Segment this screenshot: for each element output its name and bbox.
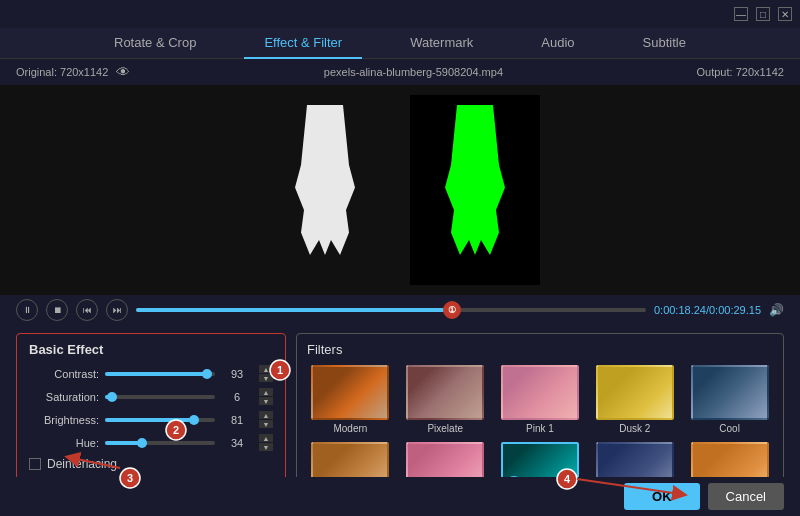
transport-bar: ⏸ ⏹ ⏮ ⏭ ① 0:00:18.24/0:00:29.15 🔊: [0, 295, 800, 325]
footer: OK Cancel: [0, 477, 800, 516]
hue-row: Hue: 34 ▲ ▼: [29, 434, 273, 451]
prev-button[interactable]: ⏮: [76, 299, 98, 321]
brightness-value: 81: [221, 414, 253, 426]
filters-title: Filters: [307, 342, 773, 357]
contrast-label: Contrast:: [29, 368, 99, 380]
tab-rotate-crop[interactable]: Rotate & Crop: [94, 28, 216, 59]
cancel-button[interactable]: Cancel: [708, 483, 784, 510]
contrast-fill: [105, 372, 207, 376]
minimize-button[interactable]: —: [734, 7, 748, 21]
eye-icon[interactable]: 👁: [116, 64, 130, 80]
hue-slider[interactable]: [105, 441, 215, 445]
brightness-label: Brightness:: [29, 414, 99, 426]
filter-pixelate[interactable]: Pixelate: [402, 365, 489, 434]
progress-bar[interactable]: ①: [136, 308, 646, 312]
filter-pink1-thumb: [501, 365, 579, 420]
saturation-thumb[interactable]: [107, 392, 117, 402]
play-pause-button[interactable]: ⏸: [16, 299, 38, 321]
filter-pink1[interactable]: Pink 1: [497, 365, 584, 434]
filtered-image: [410, 95, 540, 285]
progress-fill: [136, 308, 452, 312]
filename: pexels-alina-blumberg-5908204.mp4: [324, 66, 503, 78]
saturation-row: Saturation: 6 ▲ ▼: [29, 388, 273, 405]
brightness-slider[interactable]: [105, 418, 215, 422]
saturation-value: 6: [221, 391, 253, 403]
maximize-button[interactable]: □: [756, 7, 770, 21]
output-resolution: Output: 720x1142: [697, 66, 784, 78]
filter-modern[interactable]: Modern: [307, 365, 394, 434]
ok-button[interactable]: OK: [624, 483, 700, 510]
deinterlacing-checkbox[interactable]: [29, 458, 41, 470]
contrast-up[interactable]: ▲: [259, 365, 273, 373]
filter-pixelate-label: Pixelate: [427, 423, 463, 434]
close-button[interactable]: ✕: [778, 7, 792, 21]
time-display: 0:00:18.24/0:00:29.15: [654, 304, 761, 316]
contrast-down[interactable]: ▼: [259, 374, 273, 382]
contrast-value: 93: [221, 368, 253, 380]
brightness-fill: [105, 418, 194, 422]
filter-pink1-label: Pink 1: [526, 423, 554, 434]
deinterlacing-row: Deinterlacing: [29, 457, 273, 471]
hue-up[interactable]: ▲: [259, 434, 273, 442]
drip-shape-green: [445, 105, 505, 255]
tab-effect-filter[interactable]: Effect & Filter: [244, 28, 362, 59]
contrast-thumb[interactable]: [202, 369, 212, 379]
filter-cool[interactable]: Cool: [686, 365, 773, 434]
hue-spinner[interactable]: ▲ ▼: [259, 434, 273, 451]
filter-dusk2[interactable]: Dusk 2: [591, 365, 678, 434]
drip-shape-white: [295, 105, 355, 255]
filter-cool-label: Cool: [719, 423, 740, 434]
stop-button[interactable]: ⏹: [46, 299, 68, 321]
basic-effect-title: Basic Effect: [29, 342, 273, 357]
tab-bar: Rotate & Crop Effect & Filter Watermark …: [0, 28, 800, 59]
next-button[interactable]: ⏭: [106, 299, 128, 321]
saturation-slider[interactable]: [105, 395, 215, 399]
saturation-up[interactable]: ▲: [259, 388, 273, 396]
preview-original: [260, 95, 390, 285]
filter-pixelate-thumb: [406, 365, 484, 420]
filter-modern-label: Modern: [333, 423, 367, 434]
brightness-spinner[interactable]: ▲ ▼: [259, 411, 273, 428]
brightness-down[interactable]: ▼: [259, 420, 273, 428]
progress-thumb[interactable]: ①: [443, 301, 461, 319]
tab-audio[interactable]: Audio: [521, 28, 594, 59]
hue-value: 34: [221, 437, 253, 449]
hue-label: Hue:: [29, 437, 99, 449]
preview-filtered: [410, 95, 540, 285]
brightness-row: Brightness: 81 ▲ ▼: [29, 411, 273, 428]
brightness-up[interactable]: ▲: [259, 411, 273, 419]
hue-down[interactable]: ▼: [259, 443, 273, 451]
contrast-slider[interactable]: [105, 372, 215, 376]
tab-watermark[interactable]: Watermark: [390, 28, 493, 59]
hue-thumb[interactable]: [137, 438, 147, 448]
saturation-down[interactable]: ▼: [259, 397, 273, 405]
original-resolution: Original: 720x1142: [16, 66, 108, 78]
contrast-spinner[interactable]: ▲ ▼: [259, 365, 273, 382]
filter-cool-thumb: [691, 365, 769, 420]
filter-modern-thumb: [311, 365, 389, 420]
volume-icon[interactable]: 🔊: [769, 303, 784, 317]
contrast-row: Contrast: 93 ▲ ▼: [29, 365, 273, 382]
filter-dusk2-thumb: [596, 365, 674, 420]
preview-area: [0, 85, 800, 295]
title-bar: — □ ✕: [0, 0, 800, 28]
saturation-label: Saturation:: [29, 391, 99, 403]
saturation-spinner[interactable]: ▲ ▼: [259, 388, 273, 405]
tab-subtitle[interactable]: Subtitle: [623, 28, 706, 59]
brightness-thumb[interactable]: [189, 415, 199, 425]
original-image: [260, 95, 390, 285]
deinterlacing-label: Deinterlacing: [47, 457, 117, 471]
filter-dusk2-label: Dusk 2: [619, 423, 650, 434]
info-bar: Original: 720x1142 👁 pexels-alina-blumbe…: [0, 59, 800, 85]
